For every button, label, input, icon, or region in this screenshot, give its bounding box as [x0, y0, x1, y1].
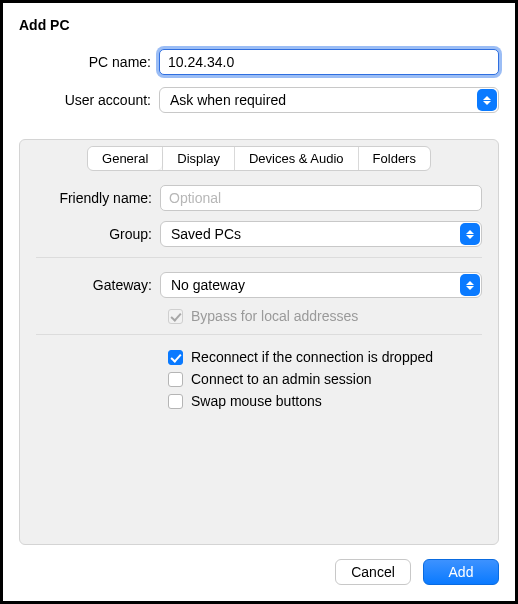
tab-display[interactable]: Display	[162, 147, 234, 170]
gateway-value: No gateway	[171, 277, 245, 293]
gateway-row: Gateway: No gateway	[36, 272, 482, 298]
chevron-updown-icon	[477, 89, 497, 111]
reconnect-checkbox[interactable]	[168, 350, 183, 365]
user-account-select[interactable]: Ask when required	[159, 87, 499, 113]
tab-devices-audio[interactable]: Devices & Audio	[234, 147, 358, 170]
friendly-name-label: Friendly name:	[36, 190, 160, 206]
group-row: Group: Saved PCs	[36, 221, 482, 247]
divider	[36, 257, 482, 258]
gateway-label: Gateway:	[36, 277, 160, 293]
bypass-row: Bypass for local addresses	[36, 308, 482, 324]
bypass-label: Bypass for local addresses	[191, 308, 358, 324]
group-value: Saved PCs	[171, 226, 241, 242]
divider	[36, 334, 482, 335]
swap-checkbox[interactable]	[168, 394, 183, 409]
gateway-select[interactable]: No gateway	[160, 272, 482, 298]
add-pc-dialog: Add PC PC name: User account: Ask when r…	[3, 3, 515, 601]
tab-general[interactable]: General	[88, 147, 162, 170]
reconnect-row: Reconnect if the connection is dropped	[36, 349, 482, 365]
bypass-checkbox	[168, 309, 183, 324]
pc-name-label: PC name:	[19, 54, 159, 70]
admin-checkbox[interactable]	[168, 372, 183, 387]
general-panel: Friendly name: Group: Saved PCs Gateway:	[20, 185, 498, 429]
tab-folders[interactable]: Folders	[358, 147, 430, 170]
admin-row: Connect to an admin session	[36, 371, 482, 387]
reconnect-label: Reconnect if the connection is dropped	[191, 349, 433, 365]
settings-panel: General Display Devices & Audio Folders …	[19, 139, 499, 545]
pc-name-row: PC name:	[19, 49, 499, 75]
chevron-updown-icon	[460, 223, 480, 245]
add-button[interactable]: Add	[423, 559, 499, 585]
chevron-updown-icon	[460, 274, 480, 296]
swap-label: Swap mouse buttons	[191, 393, 322, 409]
swap-row: Swap mouse buttons	[36, 393, 482, 409]
dialog-title: Add PC	[19, 17, 499, 33]
user-account-label: User account:	[19, 92, 159, 108]
dialog-footer: Cancel Add	[19, 545, 499, 585]
tab-bar: General Display Devices & Audio Folders	[20, 140, 498, 171]
group-label: Group:	[36, 226, 160, 242]
user-account-row: User account: Ask when required	[19, 87, 499, 113]
cancel-button[interactable]: Cancel	[335, 559, 411, 585]
friendly-name-input[interactable]	[160, 185, 482, 211]
user-account-value: Ask when required	[170, 92, 286, 108]
group-select[interactable]: Saved PCs	[160, 221, 482, 247]
friendly-name-row: Friendly name:	[36, 185, 482, 211]
admin-label: Connect to an admin session	[191, 371, 372, 387]
pc-name-input[interactable]	[159, 49, 499, 75]
